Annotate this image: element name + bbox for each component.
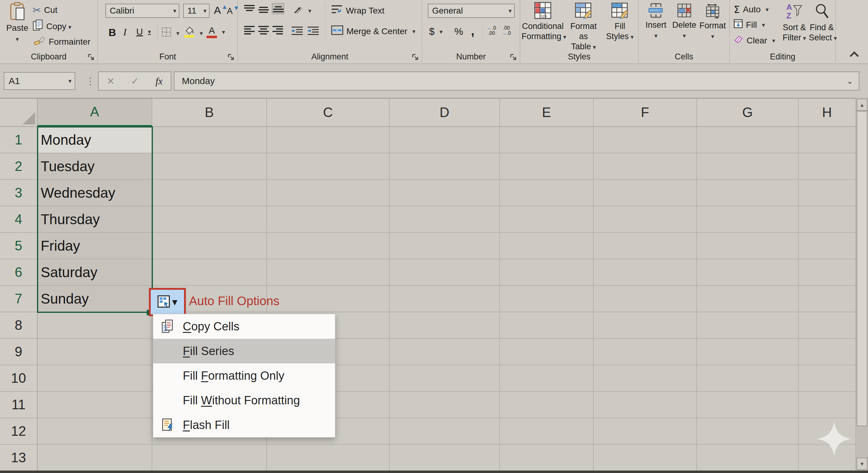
cell-H11[interactable]	[799, 392, 856, 418]
number-dialog-launcher-icon[interactable]	[509, 53, 517, 61]
bold-button[interactable]: B	[108, 27, 116, 38]
align-right-button[interactable]	[272, 25, 284, 36]
cell-B4[interactable]	[152, 206, 267, 233]
cut-button[interactable]: ✂ Cut	[33, 4, 57, 16]
cell-C1[interactable]	[267, 127, 390, 154]
cell-G9[interactable]	[697, 339, 799, 365]
cancel-icon[interactable]: ✕	[107, 76, 114, 87]
font-name-select[interactable]: Calibri▾	[105, 4, 179, 18]
column-header-D[interactable]: D	[390, 99, 500, 127]
cell-G6[interactable]	[697, 259, 799, 286]
cell-D7[interactable]	[390, 286, 500, 312]
cell-H2[interactable]	[799, 154, 856, 180]
name-box[interactable]: A1 ▾	[4, 72, 75, 90]
paste-dropdown-icon[interactable]	[16, 34, 19, 43]
percent-button[interactable]: %	[454, 26, 463, 37]
cell-A7[interactable]: Sunday	[38, 286, 152, 312]
cell-F3[interactable]	[594, 180, 697, 206]
cell-G2[interactable]	[697, 154, 799, 180]
italic-button[interactable]: I	[123, 27, 127, 38]
cell-F1[interactable]	[594, 127, 697, 154]
row-header-7[interactable]: 7	[0, 286, 38, 312]
format-as-table-button[interactable]: Format as Table	[565, 2, 602, 53]
column-header-G[interactable]: G	[697, 99, 799, 127]
cell-D1[interactable]	[390, 127, 500, 154]
cell-G11[interactable]	[697, 392, 799, 418]
cell-E5[interactable]	[500, 233, 594, 259]
cell-F8[interactable]	[594, 312, 697, 339]
font-size-select[interactable]: 11▾	[183, 4, 210, 18]
row-header-10[interactable]: 10	[0, 365, 38, 392]
increase-indent-button[interactable]	[307, 26, 319, 38]
row-header-6[interactable]: 6	[0, 259, 38, 286]
number-format-select[interactable]: General▾	[428, 4, 515, 18]
cell-A5[interactable]: Friday	[38, 233, 152, 259]
insert-dropdown-icon[interactable]	[654, 31, 657, 40]
cell-G13[interactable]	[697, 445, 799, 471]
cell-A3[interactable]: Wednesday	[38, 180, 152, 206]
insert-button[interactable]: Insert	[642, 3, 670, 41]
clipboard-dialog-launcher-icon[interactable]	[87, 53, 95, 61]
borders-button[interactable]	[161, 27, 179, 39]
row-header-2[interactable]: 2	[0, 154, 38, 180]
autofill-options-button[interactable]: ▼	[149, 288, 186, 316]
cell-H8[interactable]	[799, 312, 856, 339]
cell-H1[interactable]	[799, 127, 856, 154]
menu-item-flash-fill[interactable]: Flash Fill	[153, 413, 335, 437]
cell-A9[interactable]	[38, 339, 152, 365]
cell-F4[interactable]	[594, 206, 697, 233]
cell-D11[interactable]	[390, 392, 500, 418]
cell-E12[interactable]	[500, 418, 594, 445]
expand-formula-bar-icon[interactable]: ⌄	[846, 76, 859, 86]
menu-item-fill-series[interactable]: Fill Series	[153, 339, 335, 363]
fill-styles-button[interactable]: Fill Styles	[603, 2, 637, 42]
cell-E7[interactable]	[500, 286, 594, 312]
cell-D12[interactable]	[390, 418, 500, 445]
column-header-B[interactable]: B	[152, 99, 267, 127]
row-header-12[interactable]: 12	[0, 418, 38, 445]
cell-B1[interactable]	[152, 127, 267, 154]
cell-E4[interactable]	[500, 206, 594, 233]
align-center-button[interactable]	[258, 25, 270, 36]
cell-G3[interactable]	[697, 180, 799, 206]
cell-D2[interactable]	[390, 154, 500, 180]
menu-item-copy-cells[interactable]: Copy Cells	[153, 314, 335, 339]
enter-icon[interactable]: ✓	[131, 75, 139, 87]
comma-button[interactable]: ,	[471, 24, 474, 38]
fill-color-button[interactable]	[184, 26, 203, 40]
column-header-E[interactable]: E	[500, 99, 594, 127]
insert-function-button[interactable]: fx	[155, 75, 162, 87]
cell-A8[interactable]	[38, 312, 152, 339]
cell-D9[interactable]	[390, 339, 500, 365]
merge-center-button[interactable]: Merge & Center	[331, 25, 415, 37]
cell-C13[interactable]	[267, 445, 390, 471]
cell-F12[interactable]	[594, 418, 697, 445]
cell-D8[interactable]	[390, 312, 500, 339]
cell-A4[interactable]: Thursday	[38, 206, 152, 233]
cell-F7[interactable]	[594, 286, 697, 312]
increase-font-button[interactable]: A▲	[214, 4, 227, 16]
cell-B3[interactable]	[152, 180, 267, 206]
cell-F6[interactable]	[594, 259, 697, 286]
fill-button[interactable]: Fill	[734, 19, 765, 31]
name-box-dropdown-icon[interactable]: ▾	[68, 77, 74, 85]
font-dialog-launcher-icon[interactable]	[227, 53, 235, 61]
cell-H9[interactable]	[799, 339, 856, 365]
cell-F9[interactable]	[594, 339, 697, 365]
orientation-button[interactable]	[293, 4, 311, 17]
cell-G4[interactable]	[697, 206, 799, 233]
cell-E8[interactable]	[500, 312, 594, 339]
cell-D6[interactable]	[390, 259, 500, 286]
cell-B13[interactable]	[152, 445, 267, 471]
row-header-13[interactable]: 13	[0, 445, 38, 471]
cell-A10[interactable]	[38, 365, 152, 392]
cell-C5[interactable]	[267, 233, 390, 259]
cell-E2[interactable]	[500, 154, 594, 180]
cell-F13[interactable]	[594, 445, 697, 471]
row-header-5[interactable]: 5	[0, 233, 38, 259]
cell-F10[interactable]	[594, 365, 697, 392]
cell-F11[interactable]	[594, 392, 697, 418]
cell-B5[interactable]	[152, 233, 267, 259]
cell-C4[interactable]	[267, 206, 390, 233]
collapse-ribbon-icon[interactable]	[850, 52, 859, 61]
